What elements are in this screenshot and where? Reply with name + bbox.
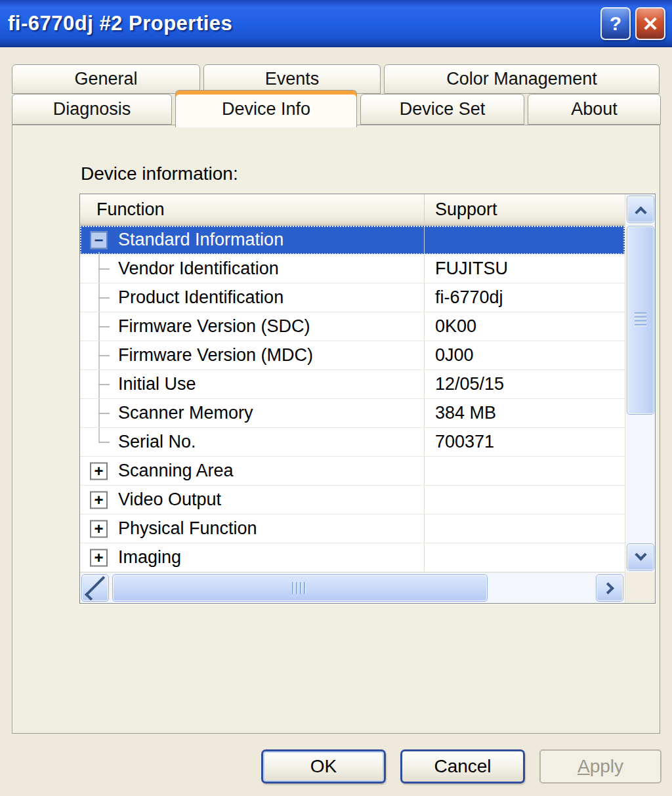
table-row[interactable]: − Standard Information bbox=[80, 226, 625, 255]
expand-toggle-icon[interactable]: + bbox=[90, 491, 108, 509]
support-value: 0J00 bbox=[425, 341, 625, 369]
table-row[interactable]: Scanner Memory 384 MB bbox=[80, 399, 625, 428]
function-name: Video Output bbox=[118, 490, 221, 510]
horizontal-scroll-thumb[interactable] bbox=[112, 574, 488, 602]
table-row[interactable]: Serial No. 700371 bbox=[80, 428, 625, 457]
function-name: Firmware Version (SDC) bbox=[118, 316, 310, 337]
tab-about[interactable]: About bbox=[528, 94, 661, 125]
tree-gutter: + bbox=[80, 457, 118, 485]
chevron-down-icon bbox=[635, 549, 646, 560]
tab-device-set[interactable]: Device Set bbox=[360, 94, 524, 125]
table-row[interactable]: Firmware Version (SDC) 0K00 bbox=[80, 312, 625, 341]
support-value: 700371 bbox=[425, 428, 625, 456]
apply-button[interactable]: Apply bbox=[539, 749, 662, 784]
question-mark-icon: ? bbox=[610, 12, 621, 35]
function-name: Serial No. bbox=[118, 432, 196, 452]
tab-color-management[interactable]: Color Management bbox=[384, 64, 660, 94]
device-information-label: Device information: bbox=[81, 163, 238, 184]
tree-gutter bbox=[80, 312, 118, 341]
gripper-icon bbox=[292, 582, 308, 594]
cancel-button[interactable]: Cancel bbox=[400, 749, 525, 784]
function-name: Firmware Version (MDC) bbox=[118, 345, 313, 366]
table-row[interactable]: Product Identification fi-6770dj bbox=[80, 283, 625, 312]
ok-button[interactable]: OK bbox=[261, 749, 386, 784]
column-header-function[interactable]: Function bbox=[80, 194, 425, 224]
tree-gutter: + bbox=[80, 543, 118, 572]
support-value: 384 MB bbox=[425, 399, 625, 427]
close-icon: ✕ bbox=[642, 12, 658, 35]
tree-gutter: + bbox=[80, 514, 118, 543]
function-name: Scanning Area bbox=[118, 461, 234, 481]
tree-gutter: − bbox=[80, 226, 118, 254]
tab-diagnosis[interactable]: Diagnosis bbox=[12, 94, 172, 125]
chevron-up-icon bbox=[635, 206, 646, 218]
dialog-button-row: OK Cancel Apply bbox=[261, 749, 662, 784]
table-row[interactable]: + Scanning Area bbox=[80, 457, 625, 486]
column-header-support[interactable]: Support bbox=[425, 194, 625, 224]
table-body: − Standard Information Vendor Identifica… bbox=[80, 226, 625, 572]
support-value: 12/05/15 bbox=[425, 370, 625, 398]
vertical-scrollbar[interactable] bbox=[625, 194, 655, 603]
table-header-row: Function Support bbox=[80, 194, 625, 226]
tab-general[interactable]: General bbox=[12, 64, 200, 94]
titlebar[interactable]: fi-6770dj #2 Properties ? ✕ bbox=[0, 0, 672, 47]
support-value bbox=[425, 457, 625, 485]
gripper-icon bbox=[635, 312, 646, 328]
expand-toggle-icon[interactable]: + bbox=[90, 549, 108, 566]
tree-gutter bbox=[80, 370, 118, 398]
titlebar-buttons: ? ✕ bbox=[600, 7, 665, 40]
function-name: Standard Information bbox=[118, 230, 284, 250]
table-row[interactable]: Firmware Version (MDC) 0J00 bbox=[80, 341, 625, 370]
function-name: Initial Use bbox=[118, 374, 196, 394]
tree-gutter bbox=[80, 428, 118, 456]
tree-gutter bbox=[80, 341, 118, 369]
table-row[interactable]: + Imaging bbox=[80, 543, 625, 572]
support-value bbox=[425, 514, 625, 543]
chevron-left-icon bbox=[85, 576, 109, 600]
help-button[interactable]: ? bbox=[600, 7, 631, 40]
collapse-toggle-icon[interactable]: − bbox=[90, 231, 108, 249]
table-row[interactable]: Vendor Identification FUJITSU bbox=[80, 255, 625, 283]
tab-row-2: DiagnosisDevice InfoDevice SetAbout bbox=[0, 94, 672, 125]
support-value bbox=[425, 543, 625, 572]
horizontal-scroll-track[interactable] bbox=[110, 573, 595, 603]
vertical-scroll-track[interactable] bbox=[625, 224, 655, 542]
scroll-up-button[interactable] bbox=[627, 196, 654, 223]
window-title: fi-6770dj #2 Properties bbox=[8, 12, 600, 35]
expand-toggle-icon[interactable]: + bbox=[90, 520, 108, 537]
scrollbar-corner bbox=[625, 572, 655, 603]
horizontal-scrollbar[interactable] bbox=[80, 572, 625, 603]
scroll-down-button[interactable] bbox=[627, 543, 654, 571]
function-name: Vendor Identification bbox=[118, 259, 279, 279]
scroll-right-button[interactable] bbox=[596, 574, 623, 602]
tree-gutter bbox=[80, 283, 118, 312]
device-info-table: Function Support − Standard Information … bbox=[79, 194, 656, 604]
support-value: FUJITSU bbox=[425, 255, 625, 283]
function-name: Physical Function bbox=[118, 518, 257, 539]
support-value: 0K00 bbox=[425, 312, 625, 341]
properties-dialog: fi-6770dj #2 Properties ? ✕ GeneralEvent… bbox=[0, 0, 672, 734]
tree-gutter bbox=[80, 255, 118, 283]
tab-strip: GeneralEventsColor Management DiagnosisD… bbox=[0, 64, 672, 125]
device-info-panel: Device information: Function Support − S… bbox=[12, 125, 660, 734]
table-row[interactable]: Initial Use 12/05/15 bbox=[80, 370, 625, 399]
function-name: Product Identification bbox=[118, 287, 284, 308]
expand-toggle-icon[interactable]: + bbox=[90, 462, 108, 480]
function-name: Imaging bbox=[118, 547, 181, 568]
tree-gutter: + bbox=[80, 486, 118, 514]
table-row[interactable]: + Video Output bbox=[80, 486, 625, 514]
close-button[interactable]: ✕ bbox=[635, 7, 665, 40]
tab-device-info[interactable]: Device Info bbox=[175, 90, 357, 127]
support-value bbox=[425, 226, 625, 254]
vertical-scroll-thumb[interactable] bbox=[627, 226, 654, 415]
function-name: Scanner Memory bbox=[118, 403, 253, 423]
support-value bbox=[425, 486, 625, 514]
tree-gutter bbox=[80, 399, 118, 427]
chevron-right-icon bbox=[602, 582, 614, 594]
table-row[interactable]: + Physical Function bbox=[80, 514, 625, 543]
support-value: fi-6770dj bbox=[425, 283, 625, 312]
scroll-left-button[interactable] bbox=[81, 574, 109, 602]
